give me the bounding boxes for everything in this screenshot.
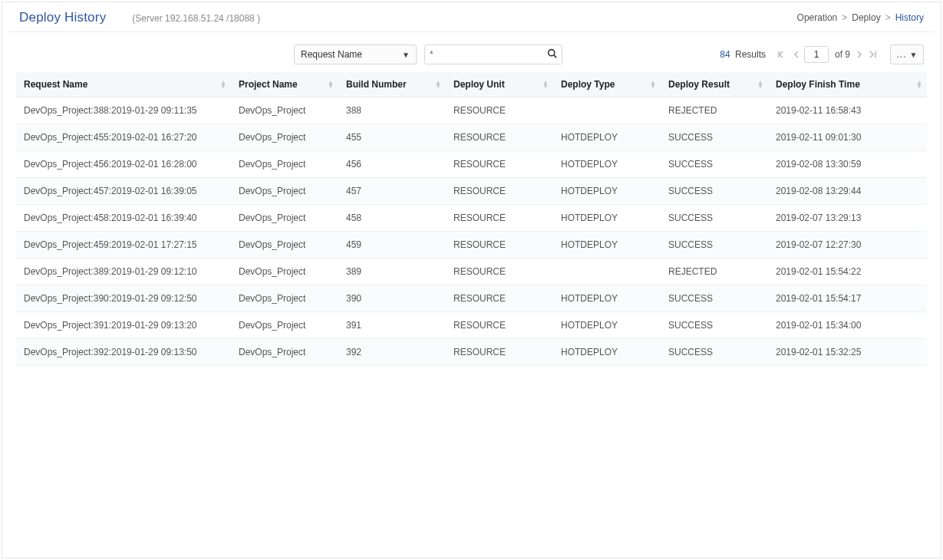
cell-build: 392 (338, 339, 446, 366)
sort-icon[interactable]: ▲▼ (220, 81, 226, 88)
cell-type: HOTDEPLOY (553, 178, 661, 205)
next-page-button[interactable] (855, 51, 864, 58)
results-count: 84 Results (720, 49, 766, 60)
first-page-button[interactable] (776, 51, 789, 58)
cell-finish: 2019-02-11 16:58:43 (768, 97, 927, 124)
cell-result: SUCCESS (661, 205, 768, 232)
prev-page-button[interactable] (792, 51, 801, 58)
toolbar-right: 84 Results of 9 ... (720, 44, 924, 64)
sort-icon[interactable]: ▲▼ (916, 81, 922, 88)
cell-project: DevOps_Project (231, 124, 338, 151)
search-icon[interactable] (547, 48, 557, 61)
cell-build: 391 (338, 312, 446, 339)
cell-unit: RESOURCE (446, 151, 553, 178)
chevron-right-icon: > (885, 12, 891, 23)
cell-request[interactable]: DevOps_Project:459:2019-02-01 17:27:15 (16, 232, 231, 259)
app-window: Deploy History (Server 192.168.51.24 /18… (2, 2, 941, 558)
header-left: Deploy History (Server 192.168.51.24 /18… (19, 10, 260, 25)
col-header[interactable]: Deploy Type▲▼ (553, 72, 661, 97)
cell-unit: RESOURCE (446, 205, 553, 232)
cell-unit: RESOURCE (446, 124, 553, 151)
col-header[interactable]: Deploy Finish Time▲▼ (768, 72, 927, 97)
cell-project: DevOps_Project (231, 205, 338, 232)
cell-build: 459 (338, 232, 446, 259)
cell-result: SUCCESS (661, 339, 768, 366)
cell-request[interactable]: DevOps_Project:455:2019-02-01 16:27:20 (16, 124, 231, 151)
cell-finish: 2019-02-07 12:27:30 (768, 232, 927, 259)
cell-finish: 2019-02-11 09:01:30 (768, 124, 927, 151)
table-row[interactable]: DevOps_Project:456:2019-02-01 16:28:00De… (16, 151, 927, 178)
table-row[interactable]: DevOps_Project:457:2019-02-01 16:39:05De… (16, 178, 927, 205)
filter-field-select[interactable]: Request Name ▼ (294, 44, 417, 64)
cell-result: SUCCESS (661, 178, 768, 205)
cell-build: 458 (338, 205, 446, 232)
cell-request[interactable]: DevOps_Project:389:2019-01-29 09:12:10 (16, 259, 231, 285)
sort-icon[interactable]: ▲▼ (757, 81, 763, 88)
ellipsis-icon: ... (897, 49, 907, 60)
cell-type (553, 97, 661, 124)
pager: of 9 (776, 46, 879, 63)
col-header[interactable]: Request Name▲▼ (16, 72, 231, 97)
col-header[interactable]: Build Number▲▼ (338, 72, 446, 97)
cell-request[interactable]: DevOps_Project:458:2019-02-01 16:39:40 (16, 205, 231, 232)
cell-build: 457 (338, 178, 446, 205)
cell-type: HOTDEPLOY (553, 312, 661, 339)
cell-request[interactable]: DevOps_Project:390:2019-01-29 09:12:50 (16, 285, 231, 312)
crumb-operation[interactable]: Operation (797, 12, 838, 23)
cell-project: DevOps_Project (231, 97, 338, 124)
cell-finish: 2019-02-07 13:29:13 (768, 205, 927, 232)
table-row[interactable]: DevOps_Project:455:2019-02-01 16:27:20De… (16, 124, 927, 151)
results-label: Results (735, 49, 766, 60)
table-row[interactable]: DevOps_Project:392:2019-01-29 09:13:50De… (16, 339, 927, 366)
crumb-deploy[interactable]: Deploy (852, 12, 880, 23)
deploy-history-table: Request Name▲▼Project Name▲▼Build Number… (16, 72, 927, 366)
cell-unit: RESOURCE (446, 339, 553, 366)
cell-project: DevOps_Project (231, 151, 338, 178)
cell-project: DevOps_Project (231, 178, 338, 205)
chevron-down-icon: ▼ (402, 51, 410, 59)
results-number: 84 (720, 49, 730, 60)
table-row[interactable]: DevOps_Project:391:2019-01-29 09:13:20De… (16, 312, 927, 339)
col-header[interactable]: Deploy Unit▲▼ (446, 72, 553, 97)
col-header[interactable]: Deploy Result▲▼ (661, 72, 768, 97)
table-header: Request Name▲▼Project Name▲▼Build Number… (16, 72, 927, 97)
cell-result: SUCCESS (661, 312, 768, 339)
sort-icon[interactable]: ▲▼ (435, 81, 441, 88)
page-input[interactable] (804, 46, 829, 63)
search-box[interactable] (424, 44, 562, 64)
cell-request[interactable]: DevOps_Project:456:2019-02-01 16:28:00 (16, 151, 231, 178)
table-row[interactable]: DevOps_Project:389:2019-01-29 09:12:10De… (16, 259, 927, 285)
table-row[interactable]: DevOps_Project:390:2019-01-29 09:12:50De… (16, 285, 927, 312)
sort-icon[interactable]: ▲▼ (328, 81, 334, 88)
cell-request[interactable]: DevOps_Project:392:2019-01-29 09:13:50 (16, 339, 231, 366)
filter-field-label: Request Name (301, 49, 362, 60)
sort-icon[interactable]: ▲▼ (542, 81, 549, 88)
cell-build: 388 (338, 97, 446, 124)
page-header: Deploy History (Server 192.168.51.24 /18… (8, 5, 935, 32)
cell-result: SUCCESS (661, 232, 768, 259)
chevron-down-icon: ▼ (910, 51, 918, 59)
cell-type: HOTDEPLOY (553, 205, 661, 232)
sort-icon[interactable]: ▲▼ (650, 81, 656, 88)
table-row[interactable]: DevOps_Project:459:2019-02-01 17:27:15De… (16, 232, 927, 259)
cell-finish: 2019-02-01 15:32:25 (768, 339, 927, 366)
cell-project: DevOps_Project (231, 232, 338, 259)
cell-result: REJECTED (661, 259, 768, 285)
cell-request[interactable]: DevOps_Project:457:2019-02-01 16:39:05 (16, 178, 231, 205)
table-row[interactable]: DevOps_Project:388:2019-01-29 09:11:35De… (16, 97, 927, 124)
col-header[interactable]: Project Name▲▼ (231, 72, 338, 97)
breadcrumb: Operation > Deploy > History (797, 12, 924, 23)
table-row[interactable]: DevOps_Project:458:2019-02-01 16:39:40De… (16, 205, 927, 232)
page-title: Deploy History (19, 10, 106, 25)
cell-type: HOTDEPLOY (553, 232, 661, 259)
toolbar: Request Name ▼ 84 Results (8, 32, 935, 72)
cell-build: 455 (338, 124, 446, 151)
cell-type: HOTDEPLOY (553, 285, 661, 312)
cell-request[interactable]: DevOps_Project:391:2019-01-29 09:13:20 (16, 312, 231, 339)
cell-request[interactable]: DevOps_Project:388:2019-01-29 09:11:35 (16, 97, 231, 124)
cell-project: DevOps_Project (231, 312, 338, 339)
search-input[interactable] (430, 49, 547, 60)
more-actions-button[interactable]: ... ▼ (890, 44, 924, 64)
last-page-button[interactable] (867, 51, 879, 58)
cell-finish: 2019-02-01 15:54:22 (768, 259, 927, 285)
